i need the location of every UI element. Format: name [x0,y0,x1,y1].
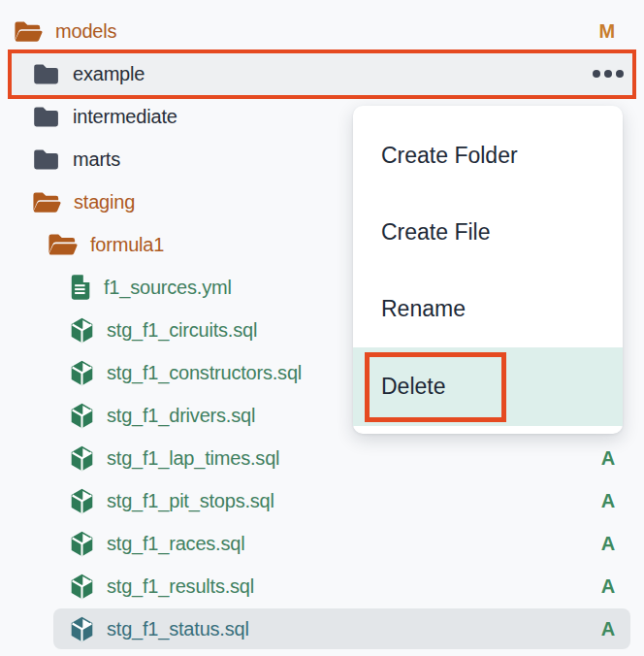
status-badge-modified: M [599,20,615,43]
menu-item-label: Create Folder [381,143,518,169]
context-menu: Create Folder Create File Rename Delete [353,106,623,434]
tree-item-label: intermediate [73,106,177,128]
model-cube-icon [70,488,94,514]
tree-item-stg-f1-results[interactable]: stg_f1_results.sql A [0,565,644,607]
status-badge-added: A [601,618,615,640]
annotation-highlight-delete: Delete [365,352,506,422]
ellipsis-menu-icon[interactable] [593,70,624,78]
folder-icon [32,63,60,85]
tree-item-label: stg_f1_races.sql [107,533,244,555]
tree-item-label: formula1 [90,234,164,256]
status-badge-added: A [601,575,615,598]
status-badge-added: A [601,490,615,512]
tree-item-label: f1_sources.yml [104,277,232,299]
tree-item-label: stg_f1_status.sql [107,618,249,640]
tree-item-stg-f1-races[interactable]: stg_f1_races.sql A [0,522,644,565]
folder-icon [32,106,60,128]
tree-item-label: staging [74,191,135,213]
file-document-icon [70,275,91,300]
menu-item-label: Delete [381,374,445,400]
menu-item-label: Rename [381,296,466,322]
tree-item-example[interactable]: example [0,52,644,95]
menu-item-delete[interactable]: Delete [353,347,623,426]
tree-item-stg-f1-status[interactable]: stg_f1_status.sql A [0,607,644,650]
tree-item-label: stg_f1_lap_times.sql [107,447,279,470]
menu-item-label: Create File [381,219,490,246]
tree-item-label: stg_f1_drivers.sql [107,405,255,427]
tree-item-label: stg_f1_results.sql [107,575,254,598]
folder-open-icon [32,191,61,213]
tree-item-stg-f1-pit-stops[interactable]: stg_f1_pit_stops.sql A [0,479,644,522]
model-cube-icon [70,531,94,557]
model-cube-icon [70,317,94,344]
tree-item-models[interactable]: models M [0,10,644,52]
folder-icon [32,148,60,171]
tree-item-label: stg_f1_pit_stops.sql [107,490,274,512]
menu-item-create-folder[interactable]: Create Folder [353,117,623,194]
menu-item-create-file[interactable]: Create File [353,194,623,271]
model-cube-icon [70,616,94,642]
tree-item-label: models [55,20,116,43]
folder-open-icon [14,20,43,43]
folder-open-icon [48,233,78,256]
model-cube-icon [70,403,94,429]
model-cube-icon [70,574,94,600]
tree-item-label: stg_f1_circuits.sql [107,319,257,342]
model-cube-icon [70,360,94,386]
menu-item-rename[interactable]: Rename [353,271,623,347]
tree-item-label: stg_f1_constructors.sql [107,362,302,384]
status-badge-added: A [601,447,615,470]
model-cube-icon [70,445,94,472]
status-badge-added: A [601,533,615,555]
tree-item-label: example [73,63,145,85]
tree-item-label: marts [73,148,120,171]
tree-item-stg-f1-lap-times[interactable]: stg_f1_lap_times.sql A [0,437,644,479]
